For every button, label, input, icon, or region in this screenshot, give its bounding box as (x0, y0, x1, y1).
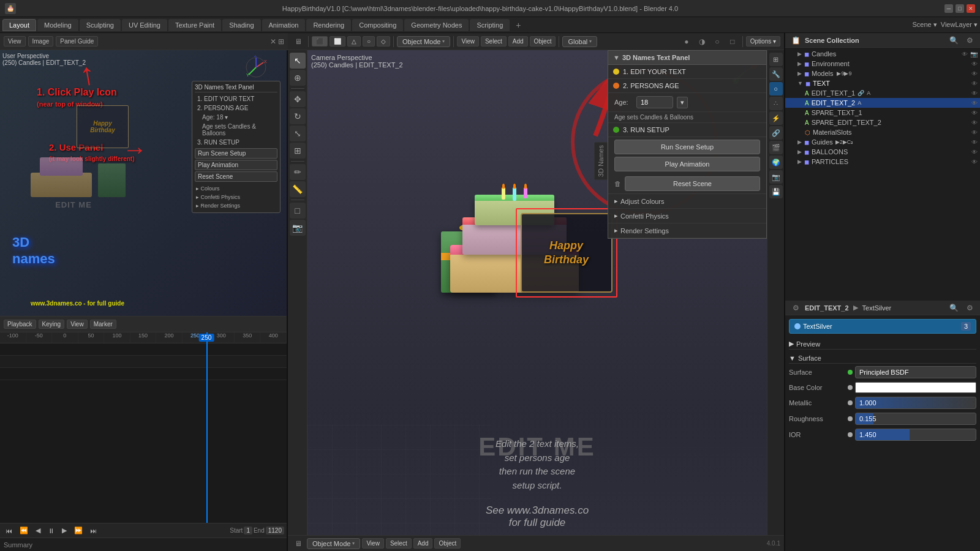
props-particles[interactable]: ∴ (769, 97, 783, 110)
roughness-value[interactable]: 0.155 (855, 413, 976, 425)
select-menu[interactable]: Select (481, 36, 507, 47)
outliner-item-models[interactable]: ▶ ◼ Models ▶9▶9 👁 (785, 69, 980, 78)
candles-render[interactable]: 📷 (970, 51, 978, 58)
viewport-icon-btn5[interactable]: ◇ (377, 36, 390, 47)
ms-visibility[interactable]: 👁 (971, 129, 978, 136)
confetti-physics-toggle[interactable]: ▸ Confetti Physics (608, 209, 766, 223)
tab-animation[interactable]: Animation (262, 19, 306, 31)
cursor-tool[interactable]: ⊕ (290, 70, 306, 86)
small-panel-colours[interactable]: ▸ Colours (195, 184, 277, 193)
camera-tool[interactable]: 📷 (290, 220, 306, 236)
footer-view-btn[interactable]: View (362, 538, 384, 549)
outliner-item-candles[interactable]: ▶ ◼ Candles 👁 📷 (785, 49, 980, 59)
view-menu-viewport[interactable]: View (457, 36, 479, 47)
3dnames-panel-main[interactable]: ▼ 3D Names Text Panel 1. EDIT YOUR TEXT … (608, 50, 767, 239)
props-world[interactable]: 🌍 (769, 156, 783, 169)
main-3d-viewport[interactable]: HappyBirthday EDIT ME Edit the 2 text it… (307, 50, 767, 535)
viewport-icon-btn4[interactable]: ○ (363, 36, 375, 47)
age-dropdown-arrow[interactable]: ▾ (677, 97, 688, 108)
small-panel-step3[interactable]: 3. RUN SETUP (195, 138, 277, 147)
models-visibility[interactable]: 👁 (971, 70, 978, 77)
props-physics[interactable]: ⚡ (769, 111, 783, 125)
timeline-body[interactable]: -100 -50 0 50 100 150 200 250 300 350 40… (0, 332, 287, 523)
small-panel-overlay[interactable]: 3D Names Text Panel 1. EDIT YOUR TEXT 2.… (192, 81, 281, 213)
set2-visibility[interactable]: 👁 (971, 119, 978, 126)
rotate-tool[interactable]: ↻ (290, 108, 306, 124)
panel-guide-btn[interactable]: Panel Guide (56, 36, 98, 47)
viewport-expand-icon[interactable]: ⊞ (278, 37, 284, 46)
guides-visibility[interactable]: 👁 (971, 139, 978, 146)
footer-add-btn[interactable]: Add (413, 538, 433, 549)
footer-object-btn[interactable]: Object (434, 538, 461, 549)
small-panel-run-setup[interactable]: Run Scene Setup (195, 148, 277, 159)
props-search-icon[interactable]: 🔍 (947, 301, 960, 315)
props-material[interactable]: ○ (769, 82, 783, 96)
balloons-visibility[interactable]: 👁 (971, 149, 978, 156)
small-panel-reset[interactable]: Reset Scene (195, 171, 277, 182)
age-input[interactable] (636, 96, 673, 108)
tab-layout[interactable]: Layout (2, 19, 36, 31)
tab-modeling[interactable]: Modeling (37, 19, 78, 31)
reset-scene-button[interactable]: Reset Scene (625, 176, 760, 191)
surface-shader-display[interactable]: Principled BSDF (855, 366, 976, 378)
props-settings-icon[interactable]: ⚙ (963, 301, 976, 315)
text-visibility[interactable]: 👁 (971, 80, 978, 87)
props-render[interactable]: 📷 (769, 170, 783, 184)
minimize-button[interactable]: ─ (944, 4, 953, 13)
play-back-button[interactable]: ◀ (32, 525, 43, 536)
small-panel-render[interactable]: ▸ Render Settings (195, 201, 277, 210)
small-3d-viewport[interactable]: 3Dnames ↑ 1. Click Play Icon (near top o… (0, 50, 287, 317)
outliner-item-text[interactable]: ▼ ◼ TEXT 👁 (785, 78, 980, 88)
object-mode-dropdown[interactable]: Object Mode ▾ (397, 36, 450, 47)
object-menu[interactable]: Object (530, 36, 556, 47)
marker-menu[interactable]: Marker (90, 320, 116, 329)
small-panel-step2[interactable]: 2. PERSONS AGE (195, 103, 277, 113)
scale-tool[interactable]: ⤡ (290, 126, 306, 141)
outliner-item-balloons[interactable]: ▶ ◼ BALLOONS 👁 (785, 147, 980, 157)
viewport-shading-material[interactable]: ◑ (695, 35, 709, 48)
tab-scripting[interactable]: Scripting (470, 19, 510, 31)
outliner-settings-icon[interactable]: ⚙ (963, 34, 976, 47)
editor-type-icon[interactable]: 🖥 (292, 35, 305, 48)
viewport-shading-wireframe[interactable]: □ (726, 35, 739, 48)
playback-menu[interactable]: Playback (4, 320, 36, 329)
small-panel-step1[interactable]: 1. EDIT YOUR TEXT (195, 94, 277, 103)
close-button[interactable]: ✕ (967, 4, 975, 13)
adjust-colours-toggle[interactable]: ▸ Adjust Colours (608, 194, 766, 209)
props-scene[interactable]: 🎬 (769, 141, 783, 154)
tab-sculpting[interactable]: Sculpting (80, 19, 121, 31)
view-menu-timeline[interactable]: View (67, 320, 88, 329)
maximize-button[interactable]: □ (956, 4, 964, 13)
et1-visibility[interactable]: 👁 (971, 90, 978, 97)
outliner-item-spare-edit-text-2[interactable]: A SPARE_EDIT_TEXT_2 👁 (785, 118, 980, 127)
outliner-icon[interactable]: 📋 (789, 34, 802, 47)
global-mode-dropdown[interactable]: Global ▾ (562, 36, 597, 47)
tab-texture-paint[interactable]: Texture Paint (168, 19, 221, 31)
jump-start-button[interactable]: ⏮ (2, 526, 15, 536)
run-scene-setup-button[interactable]: Run Scene Setup (614, 140, 760, 154)
outliner-item-environment[interactable]: ▶ ◼ Environment 👁 (785, 59, 980, 69)
add-cube-tool[interactable]: □ (290, 203, 306, 219)
render-settings-toggle[interactable]: ▸ Render Settings (608, 223, 766, 238)
candles-visibility[interactable]: 👁 (962, 51, 968, 58)
st1-visibility[interactable]: 👁 (971, 110, 978, 116)
keying-menu[interactable]: Keying (39, 320, 65, 329)
move-tool[interactable]: ✥ (290, 91, 306, 107)
annotate-tool[interactable]: ✏ (290, 164, 306, 180)
timeline-playhead[interactable] (206, 332, 208, 523)
particles-visibility[interactable]: 👁 (971, 159, 978, 165)
jump-end-button[interactable]: ⏭ (87, 526, 100, 536)
outliner-item-spare-text-1[interactable]: A SPARE_TEXT_1 👁 (785, 108, 980, 118)
end-frame-value[interactable]: 1120 (266, 527, 284, 534)
scene-selector[interactable]: Scene ▾ (913, 21, 937, 29)
add-tab-button[interactable]: + (511, 18, 526, 32)
options-btn[interactable]: Options ▾ (746, 36, 780, 47)
outliner-filter-icon[interactable]: 🔍 (947, 34, 960, 47)
view-menu-small[interactable]: View (4, 36, 26, 47)
props-constraints[interactable]: 🔗 (769, 126, 783, 140)
viewport-icon-btn3[interactable]: △ (347, 36, 361, 47)
measure-tool[interactable]: 📏 (290, 181, 306, 197)
step-back-button[interactable]: ⏪ (17, 525, 31, 536)
base-color-swatch[interactable] (855, 382, 976, 393)
footer-editor-icon[interactable]: 🖥 (292, 537, 305, 550)
